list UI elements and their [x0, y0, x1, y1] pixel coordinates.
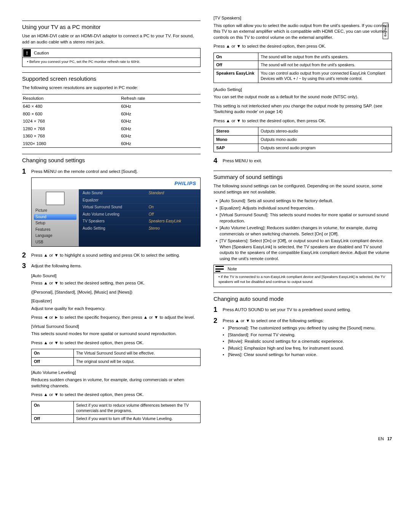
step-num-2: 2 — [22, 251, 28, 260]
audiosetting-p2: This setting is not interlocked when you… — [213, 103, 392, 115]
osd-screenshot: PHILIPS PictureSoundSetupFeaturesLanguag… — [31, 177, 201, 247]
vss-table: OnThe Virtual Surround Sound will be eff… — [31, 349, 201, 366]
cas-step-2-text: Press ▲ or ▼ to select one of the follow… — [223, 316, 392, 359]
option-desc: The sound will be output from the unit's… — [258, 53, 392, 61]
option-key: SAP — [214, 144, 258, 152]
vss-p2: Press ▲ or ▼ to select the desired optio… — [31, 340, 201, 346]
res-cell: 1024 × 768 — [22, 118, 120, 125]
table-row: 640 × 48060Hz — [22, 103, 201, 110]
cas-step-2-num: 2 — [213, 316, 220, 359]
avl-table: OnSelect if you want to reduce volume di… — [31, 401, 201, 423]
vss-heading: [Virtual Surround Sound] — [31, 324, 201, 330]
cas-item: [Personal]: The customized settings you … — [223, 325, 392, 331]
option-key: On — [32, 401, 74, 415]
step-1-text: Press MENU on the remote control and sel… — [31, 167, 201, 176]
heading-resolutions: Supported screen resolutions — [22, 72, 201, 83]
table-row: 800 × 60060Hz — [22, 110, 201, 118]
option-key: On — [32, 349, 74, 358]
avl-p1: Reduces sudden changes in volume, for ex… — [31, 377, 201, 389]
rate-cell: 60Hz — [120, 110, 201, 118]
cas-item: [Music]: Emphasize high and low freq. fo… — [223, 345, 392, 351]
option-desc: Select if you want to turn off the Auto … — [74, 415, 201, 423]
tv-icon — [46, 192, 65, 205]
summary-item: [Virtual Surround Sound]: This selects s… — [213, 212, 392, 224]
option-key: Off — [214, 61, 258, 69]
option-key: Off — [32, 358, 74, 366]
res-cell: 1280 × 768 — [22, 125, 120, 133]
option-key: On — [214, 53, 258, 61]
res-th-resolution: Resolution — [22, 94, 120, 103]
step-num-3: 3 — [22, 261, 28, 270]
autosound-p1: Press ▲ or ▼ to select the desired setti… — [31, 280, 201, 286]
osd-menu-item: USB — [34, 239, 76, 245]
resolutions-intro: The following screen resolutions are sup… — [22, 85, 201, 91]
tvspeakers-p2: Press ▲ or ▼ to select the desired optio… — [213, 43, 392, 50]
table-row: SAPOutputs second audio program — [214, 144, 392, 152]
note-icon — [215, 266, 224, 272]
option-key: Off — [32, 415, 74, 423]
avl-heading: [Auto Volume Leveling] — [31, 370, 201, 376]
osd-label: Auto Sound — [83, 190, 148, 196]
table-row: OffThe sound will not be output from the… — [214, 61, 392, 69]
language-tab: English — [382, 23, 388, 39]
equalizer-p2: Press ◄ or ► to select the specific freq… — [31, 315, 201, 321]
rate-cell: 60Hz — [120, 140, 201, 148]
option-key: Mono — [214, 136, 258, 144]
osd-value: Off — [148, 212, 196, 217]
rate-cell: 60Hz — [120, 118, 201, 125]
cas-item: [Standard]: For normal TV viewing. — [223, 332, 392, 338]
table-row: OnThe sound will be output from the unit… — [214, 53, 392, 61]
osd-value: On — [148, 204, 196, 210]
vss-p1: This selects sound modes for more spatia… — [31, 331, 201, 337]
table-row: OnSelect if you want to reduce volume di… — [32, 401, 201, 415]
tvspeakers-p1: This option will allow you to select the… — [213, 23, 392, 41]
cas-step-1-num: 1 — [213, 305, 220, 314]
option-key: Stereo — [214, 127, 258, 136]
osd-label: TV Speakers — [83, 219, 148, 224]
note-callout: Note If the TV is connected to a non-Eas… — [213, 265, 392, 287]
cas-step-1-text: Press AUTO SOUND to set your TV to a pre… — [223, 305, 392, 314]
left-column: Using your TV as a PC monitor Use an HDM… — [22, 15, 201, 427]
note-title: Note — [225, 266, 237, 272]
res-cell: 1920× 1080 — [22, 140, 120, 148]
table-row: 1360 × 76860Hz — [22, 133, 201, 140]
step-num-1: 1 — [22, 167, 28, 176]
heading-sound-settings: Changing sound settings — [22, 154, 201, 164]
tvspeakers-heading: [TV Speakers] — [213, 15, 392, 21]
summary-item: [Auto Volume Leveling]: Reduces sudden c… — [213, 225, 392, 237]
table-row: 1280 × 76860Hz — [22, 125, 201, 133]
osd-setting-row: Equalizer — [79, 197, 200, 204]
caution-body: Before you connect your PC, set the PC m… — [27, 59, 140, 64]
summary-item: [TV Speakers]: Select [On] or [Off], or … — [213, 238, 392, 262]
heading-pc-monitor: Using your TV as a PC monitor — [22, 21, 201, 31]
option-key: Speakers EasyLink — [214, 69, 258, 83]
rate-cell: 60Hz — [120, 103, 201, 110]
cas-item: [Movie]: Realistic sound settings for a … — [223, 339, 392, 345]
caution-callout: ! Caution Before you connect your PC, se… — [22, 48, 201, 67]
equalizer-heading: [Equalizer] — [31, 298, 201, 304]
option-desc: Outputs mono-audio — [258, 136, 392, 144]
page-footer: EN 17 — [22, 436, 392, 442]
step-2-text: Press ▲ or ▼ to highlight a sound settin… — [31, 251, 201, 260]
option-desc: The original sound will be output. — [74, 358, 201, 366]
option-desc: The sound will not be output from the un… — [258, 61, 392, 69]
audiosetting-table: StereoOutputs stereo-audioMonoOutputs mo… — [213, 127, 392, 152]
table-row: OnThe Virtual Surround Sound will be eff… — [32, 349, 201, 358]
res-cell: 640 × 480 — [22, 103, 120, 110]
equalizer-p1: Adjust tone quality for each frequency. — [31, 306, 201, 312]
osd-menu-item: Picture — [34, 208, 76, 214]
option-desc: The Virtual Surround Sound will be effec… — [74, 349, 201, 358]
heading-summary: Summary of sound settings — [213, 171, 392, 181]
cas-item: [News]: Clear sound settings for human v… — [223, 352, 392, 358]
osd-label: Audio Setting — [83, 226, 148, 231]
osd-menu-item: Setup — [34, 220, 76, 226]
note-body: If the TV is connected to a non-EasyLink… — [218, 275, 385, 284]
res-th-refresh: Refresh rate — [120, 94, 201, 103]
osd-value — [148, 198, 196, 203]
osd-value: Standard — [148, 190, 196, 196]
philips-logo: PHILIPS — [174, 180, 196, 187]
osd-setting-row: Audio SettingStereo — [79, 225, 200, 232]
osd-menu-item: Language — [34, 233, 76, 239]
osd-setting-row: TV SpeakersSpeakers EasyLink — [79, 217, 200, 225]
summary-item: [Equalizer]: Adjusts individual sound fr… — [213, 205, 392, 211]
